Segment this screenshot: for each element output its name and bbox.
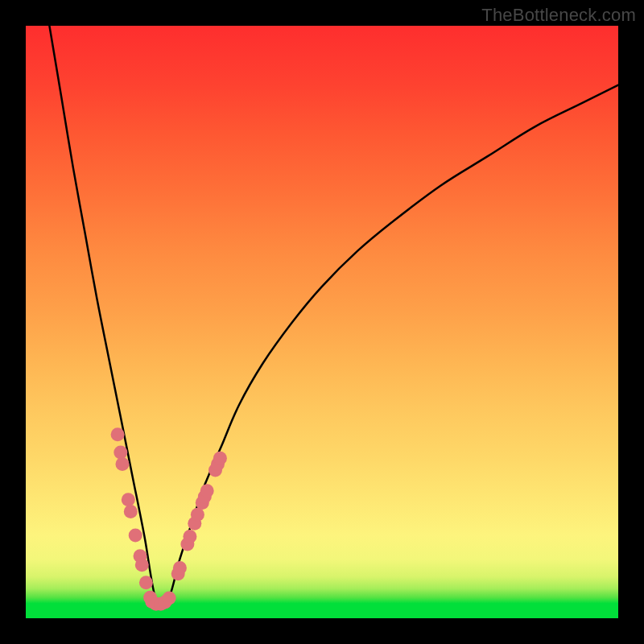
- highlight-dot: [173, 561, 187, 575]
- highlight-dot: [114, 445, 127, 459]
- highlight-dot: [122, 493, 135, 506]
- highlight-dot: [111, 427, 125, 441]
- highlight-dot: [191, 508, 204, 522]
- highlight-dot: [183, 530, 196, 543]
- watermark-text: TheBottleneck.com: [481, 5, 636, 26]
- highlight-dot: [163, 592, 176, 605]
- plot-area: [26, 26, 618, 618]
- chart-frame: TheBottleneck.com: [0, 0, 644, 644]
- highlight-dot: [124, 505, 138, 518]
- bottleneck-curve: [49, 26, 618, 608]
- highlight-dot: [116, 457, 130, 471]
- curve-layer: [26, 26, 618, 618]
- highlight-dot: [200, 484, 214, 497]
- highlight-dot: [135, 558, 149, 572]
- highlight-dot: [129, 529, 142, 543]
- highlight-dot: [139, 576, 153, 589]
- highlight-dot: [213, 452, 227, 465]
